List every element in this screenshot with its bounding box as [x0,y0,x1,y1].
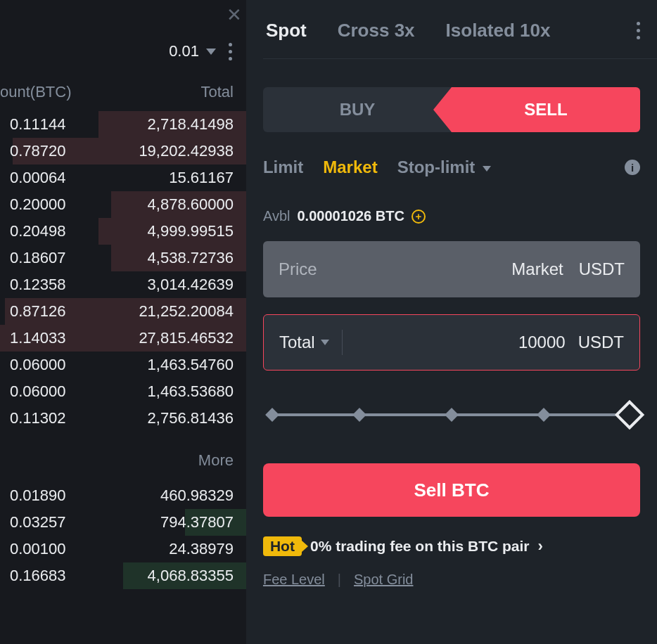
available-balance: Avbl 0.00001026 BTC + [263,208,640,224]
tabs-more-icon[interactable] [637,22,640,39]
orderbook-row[interactable]: 0.200004,878.60000 [0,191,246,218]
amount-cell: 0.11302 [10,409,66,427]
order-type-tabs: Limit Market Stop-limit i [263,157,640,177]
total-cell: 794.37807 [160,513,234,532]
amount-cell: 0.01890 [10,487,66,505]
total-input[interactable] [355,333,578,352]
order-type-stop-limit[interactable]: Stop-limit [397,157,491,177]
orderbook-row[interactable]: 0.166834,068.83355 [0,562,246,589]
info-icon[interactable]: i [625,160,640,175]
orderbook-row[interactable]: 0.204984,999.99515 [0,218,246,245]
promo-banner[interactable]: Hot 0% trading fee on this BTC pair › [263,536,640,556]
asks-list: 0.111442,718.414980.7872019,202.429380.0… [0,111,246,432]
avbl-value: 0.00001026 BTC [298,208,404,224]
total-cell: 4,068.83355 [148,567,234,585]
amount-cell: 0.20498 [10,222,66,240]
orderbook-row[interactable]: 0.01890460.98329 [0,482,246,509]
order-type-market[interactable]: Market [323,157,377,177]
amount-cell: 0.06000 [10,356,66,374]
avbl-label: Avbl [263,208,291,224]
amount-cell: 0.78720 [10,142,66,160]
total-cell: 4,878.60000 [148,195,234,214]
order-type-limit[interactable]: Limit [263,157,303,177]
total-cell: 4,538.72736 [148,249,234,267]
orderbook-row[interactable]: 0.8712621,252.20084 [0,298,246,325]
orderbook-panel: ✕ 0.01 ount(BTC) Total 0.111442,718.4149… [0,0,246,644]
slider-tick[interactable] [537,408,551,422]
price-type: Market [511,259,563,279]
orderbook-row[interactable]: 0.186074,538.72736 [0,245,246,271]
hot-badge: Hot [263,536,302,556]
fee-level-link[interactable]: Fee Level [263,572,325,588]
total-cell: 460.98329 [160,487,234,505]
bids-list: 0.01890460.983290.03257794.378070.001002… [0,482,246,589]
amount-cell: 0.16683 [10,567,66,585]
total-cell: 15.61167 [169,169,234,187]
total-cell: 21,252.20084 [139,302,234,321]
tab-isolated[interactable]: Isolated 10x [446,20,551,41]
amount-slider[interactable] [263,404,640,425]
margin-tabs: Spot Cross 3x Isolated 10x [263,0,657,59]
orderbook-row[interactable]: 0.0010024.38979 [0,536,246,562]
orderbook-headers: ount(BTC) Total [0,67,246,111]
more-menu-icon[interactable] [229,43,232,60]
amount-cell: 0.00064 [10,169,66,187]
more-link[interactable]: More [0,432,246,482]
add-funds-icon[interactable]: + [412,210,426,224]
chevron-right-icon: › [538,537,543,555]
buy-button[interactable]: BUY [263,87,452,132]
tab-spot[interactable]: Spot [266,20,307,41]
footer-links: Fee Level | Spot Grid [263,572,640,588]
price-field: Price Market USDT [263,241,640,297]
separator: | [338,572,341,588]
orderbook-row[interactable]: 0.060001,463.53680 [0,378,246,405]
amount-cell: 0.00100 [10,540,66,558]
amount-cell: 0.20000 [10,195,66,214]
total-unit: USDT [578,333,624,352]
promo-text: 0% trading fee on this BTC pair [310,538,530,555]
orderbook-row[interactable]: 0.060001,463.54760 [0,352,246,378]
orderbook-row[interactable]: 0.7872019,202.42938 [0,138,246,165]
chevron-down-icon [483,166,491,172]
orderbook-row[interactable]: 0.111442,718.41498 [0,111,246,138]
amount-cell: 0.12358 [10,276,66,294]
price-unit: USDT [579,259,625,279]
total-field[interactable]: Total USDT [263,314,640,371]
amount-cell: 0.11144 [10,115,66,134]
sell-btc-button[interactable]: Sell BTC [263,463,640,517]
close-icon[interactable]: ✕ [227,4,242,26]
total-cell: 24.38979 [169,540,234,558]
orderbook-row[interactable]: 0.123583,014.42639 [0,271,246,298]
spot-grid-link[interactable]: Spot Grid [354,572,413,588]
orderbook-row[interactable]: 1.1403327,815.46532 [0,325,246,352]
total-cell: 2,756.81436 [148,409,234,427]
amount-cell: 1.14033 [10,329,66,347]
chevron-down-icon[interactable] [206,49,216,55]
slider-tick[interactable] [352,408,366,422]
precision-value[interactable]: 0.01 [169,42,199,60]
total-cell: 4,999.99515 [148,222,234,240]
trade-panel: Spot Cross 3x Isolated 10x BUY SELL Limi… [246,0,657,644]
slider-tick[interactable] [445,408,459,422]
orderbook-row[interactable]: 0.0006415.61167 [0,165,246,191]
orderbook-row[interactable]: 0.03257794.37807 [0,509,246,536]
divider [342,330,343,355]
amount-cell: 0.87126 [10,302,66,321]
total-cell: 27,815.46532 [139,329,234,347]
header-total: Total [200,83,233,101]
total-cell: 1,463.53680 [148,382,234,401]
total-label[interactable]: Total [279,333,329,352]
total-cell: 2,718.41498 [148,115,234,134]
total-cell: 1,463.54760 [148,356,234,374]
amount-cell: 0.18607 [10,249,66,267]
slider-handle[interactable] [615,400,644,430]
tab-cross[interactable]: Cross 3x [338,20,415,41]
orderbook-row[interactable]: 0.113022,756.81436 [0,405,246,432]
amount-cell: 0.06000 [10,382,66,401]
slider-tick[interactable] [265,408,279,422]
buy-sell-toggle: BUY SELL [263,87,640,132]
amount-cell: 0.03257 [10,513,66,532]
header-amount: ount(BTC) [0,83,71,101]
sell-button[interactable]: SELL [452,87,640,132]
price-label: Price [279,259,317,279]
